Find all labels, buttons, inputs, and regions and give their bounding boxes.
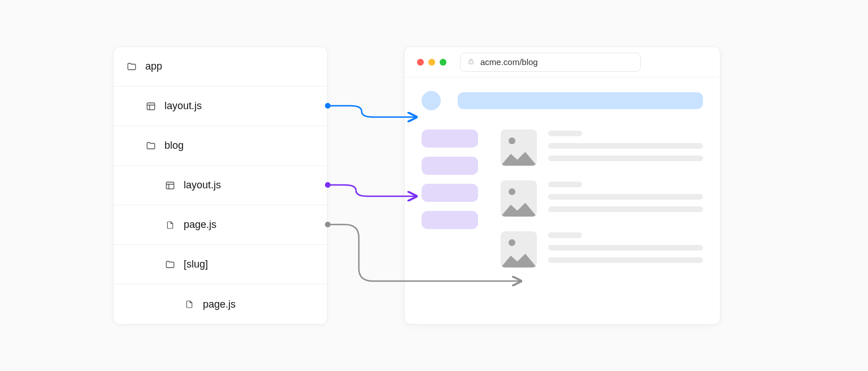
filetree-label: page.js <box>203 299 236 310</box>
text-placeholder <box>548 143 703 149</box>
file-icon <box>164 219 176 231</box>
root-layout-arrow <box>328 106 415 117</box>
text-placeholder <box>548 194 703 200</box>
page-content-region <box>501 130 703 268</box>
browser-viewport <box>405 77 720 281</box>
browser-mock: acme.com/blog <box>404 46 721 325</box>
file-tree-panel: app layout.js blog layout.js page.js <box>113 46 328 325</box>
traffic-light-max-icon <box>440 59 446 66</box>
sidebar-item-placeholder <box>422 130 478 148</box>
traffic-lights <box>417 59 446 66</box>
filetree-label: layout.js <box>184 179 221 191</box>
sidebar-item-placeholder <box>422 211 478 229</box>
text-placeholder <box>548 245 703 251</box>
sidebar-item-placeholder <box>422 157 478 175</box>
filetree-label: [slug] <box>184 258 208 270</box>
address-url: acme.com/blog <box>480 57 538 67</box>
feed-card <box>501 130 703 166</box>
traffic-light-min-icon <box>428 59 435 66</box>
address-bar: acme.com/blog <box>460 53 641 72</box>
blog-layout-arrow <box>328 185 415 196</box>
text-placeholder <box>548 131 582 136</box>
svg-rect-0 <box>147 103 155 110</box>
sidebar-item-placeholder <box>422 184 478 202</box>
folder-icon <box>164 259 176 270</box>
filetree-row-slug: [slug] <box>114 245 327 284</box>
filetree-row-layout-root: layout.js <box>114 87 327 126</box>
filetree-label: page.js <box>184 219 216 231</box>
filetree-row-layout-blog: layout.js <box>114 166 327 205</box>
text-placeholder <box>548 206 703 212</box>
svg-rect-2 <box>469 61 474 64</box>
folder-icon <box>145 140 157 152</box>
filetree-label: layout.js <box>164 100 202 112</box>
image-placeholder-icon <box>501 130 537 166</box>
text-placeholder <box>548 257 703 263</box>
feed-card <box>501 231 703 268</box>
image-placeholder-icon <box>501 180 537 217</box>
feed-card <box>501 180 703 217</box>
text-placeholder <box>548 156 703 161</box>
filetree-row-page-blog: page.js <box>114 205 327 245</box>
layout-header-region <box>422 91 703 110</box>
text-placeholder <box>548 232 582 238</box>
filetree-row-blog: blog <box>114 126 327 166</box>
text-placeholder <box>548 182 582 187</box>
browser-chrome: acme.com/blog <box>405 47 720 77</box>
folder-icon <box>126 61 137 72</box>
file-icon <box>184 299 195 310</box>
layout-icon <box>145 101 157 112</box>
header-avatar-placeholder <box>422 91 441 110</box>
layout-sidebar-region <box>422 130 478 268</box>
layout-icon <box>164 180 176 191</box>
filetree-row-app: app <box>114 47 327 87</box>
image-placeholder-icon <box>501 231 537 268</box>
filetree-row-page-slug: page.js <box>114 284 327 324</box>
header-bar-placeholder <box>458 92 703 109</box>
lock-icon <box>467 57 475 67</box>
filetree-label: blog <box>164 140 184 152</box>
filetree-label: app <box>145 61 162 72</box>
traffic-light-close-icon <box>417 59 424 66</box>
svg-rect-1 <box>166 182 174 189</box>
